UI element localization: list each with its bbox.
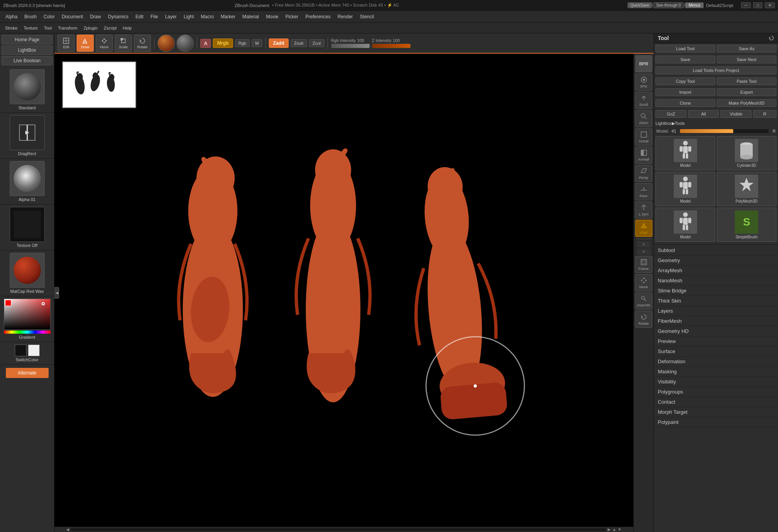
deformation-section[interactable]: Deformation: [654, 357, 778, 367]
scroll-up2[interactable]: ▲: [612, 527, 616, 532]
rotate3d-button[interactable]: Rotate: [635, 311, 652, 328]
small-button1[interactable]: ⊙: [637, 241, 651, 247]
menu-edit[interactable]: Edit: [132, 13, 147, 21]
layers-section[interactable]: Layers: [654, 306, 778, 316]
tool-model2[interactable]: Model: [655, 172, 715, 206]
arraymesh-section[interactable]: ArrayMesh: [654, 266, 778, 276]
mrgb-button[interactable]: Mrgb: [213, 38, 233, 48]
export-button[interactable]: Export: [717, 88, 777, 96]
visibility-section[interactable]: Visibility: [654, 377, 778, 387]
live-boolean-button[interactable]: Live Boolean: [2, 56, 53, 65]
rotate-tool-button[interactable]: Rotate: [134, 35, 151, 52]
draw-tool-button[interactable]: Draw: [77, 35, 94, 52]
aahalf-button[interactable]: AAHalf: [635, 147, 652, 164]
bpr-button[interactable]: BPR: [635, 55, 652, 72]
edit-tool-button[interactable]: Edit: [58, 35, 75, 52]
matcap-thumb[interactable]: [10, 253, 45, 288]
slime-bridge-section[interactable]: Slime Bridge: [654, 286, 778, 296]
dragrect-thumb[interactable]: [10, 115, 45, 150]
a-button[interactable]: A: [200, 39, 211, 48]
zoom-button[interactable]: Zoom: [635, 110, 652, 127]
vxyz-button[interactable]: VXyz: [635, 220, 652, 237]
black-swatch[interactable]: [15, 345, 26, 356]
standard-brush-thumb[interactable]: [10, 69, 45, 104]
nanomesh-section[interactable]: NanoMesh: [654, 276, 778, 286]
maximize-button[interactable]: □: [753, 2, 762, 8]
surface-section[interactable]: Surface: [654, 346, 778, 357]
menu-stencil[interactable]: Stencil: [357, 13, 377, 21]
load-tools-from-project-button[interactable]: Load Tools From Project: [655, 66, 776, 74]
thick-skin-section[interactable]: Thick Skin: [654, 296, 778, 306]
red-swatch[interactable]: [5, 300, 11, 306]
lightbox-tools-link[interactable]: Lightbox▶Tools: [655, 121, 685, 126]
actual-button[interactable]: Actual: [635, 128, 652, 145]
zoom3d-button[interactable]: Zoom3D: [635, 292, 652, 310]
zadd-button[interactable]: Zadd: [269, 38, 289, 48]
menu-marker[interactable]: Marker: [218, 13, 238, 21]
menu-layer[interactable]: Layer: [162, 13, 180, 21]
morph-target-section[interactable]: Morph Target: [654, 407, 778, 417]
close-button[interactable]: ✕: [765, 2, 775, 8]
persp-button[interactable]: Persp: [635, 165, 652, 182]
all-button[interactable]: All: [688, 110, 719, 118]
menu-document[interactable]: Document: [59, 13, 86, 21]
submenu-zscript[interactable]: Zscript: [101, 25, 119, 31]
fibermesh-section[interactable]: FiberMesh: [654, 316, 778, 326]
home-page-button[interactable]: Home Page: [2, 35, 53, 44]
menu-movie[interactable]: Movie: [263, 13, 282, 21]
refresh-icon[interactable]: [769, 35, 774, 41]
move-tool-button[interactable]: Move: [96, 35, 113, 52]
m-button[interactable]: M: [252, 39, 262, 47]
tool-polymesh3d[interactable]: PolyMesh3D: [717, 172, 777, 206]
menu-macro[interactable]: Macro: [198, 13, 217, 21]
submenu-transform[interactable]: Transform: [55, 25, 80, 31]
save-next-button[interactable]: Save Next: [717, 56, 777, 63]
alternate-button[interactable]: Alternate: [6, 368, 49, 378]
rgb-intensity-slider[interactable]: [331, 44, 370, 48]
polygroups-section[interactable]: Polygroups: [654, 387, 778, 397]
zcut-button[interactable]: Zcut: [309, 39, 324, 47]
scroll-button[interactable]: Scroll: [635, 92, 652, 109]
menus-button[interactable]: Menus: [685, 2, 704, 8]
r-button[interactable]: R: [753, 110, 776, 118]
import-button[interactable]: Import: [655, 88, 715, 96]
visible-button[interactable]: Visible: [720, 110, 752, 118]
lsym-button[interactable]: L.Sym: [635, 201, 652, 219]
goz-button[interactable]: GoZ: [655, 110, 687, 118]
quicksave-button[interactable]: QuickSave: [627, 2, 652, 8]
tool-model3[interactable]: Model: [655, 208, 715, 242]
menu-render[interactable]: Render: [335, 13, 356, 21]
zsub-button[interactable]: Zsub: [291, 39, 307, 47]
white-swatch[interactable]: [28, 345, 40, 356]
load-tool-button[interactable]: Load Tool: [655, 45, 715, 52]
tool-simplebrush[interactable]: S SimpleBrush: [717, 208, 777, 242]
canvas-area[interactable]: ◀ ▶ ▲ ▼ ◀: [54, 54, 633, 532]
paste-tool-button[interactable]: Paste Tool: [717, 77, 777, 85]
small-button2[interactable]: ⊙: [637, 248, 651, 255]
menu-file[interactable]: File: [147, 13, 161, 21]
save-as-button[interactable]: Save As: [717, 45, 777, 52]
geometry-hd-section[interactable]: Geometry HD: [654, 326, 778, 336]
z-intensity-slider[interactable]: [372, 44, 411, 48]
masking-section[interactable]: Masking: [654, 367, 778, 377]
canvas-scrollbar[interactable]: ◀ ▶ ▲ ▼: [54, 527, 633, 532]
spix-button[interactable]: SPix: [635, 74, 652, 91]
left-collapse-arrow[interactable]: ◀: [54, 287, 59, 299]
save-button[interactable]: Save: [655, 56, 715, 63]
menu-material[interactable]: Material: [239, 13, 262, 21]
material-sphere[interactable]: [158, 35, 175, 52]
material-sphere2[interactable]: [177, 35, 194, 52]
color-gradient[interactable]: [4, 299, 51, 330]
scroll-left[interactable]: ◀: [66, 527, 69, 532]
submenu-tool[interactable]: Tool: [41, 25, 54, 31]
menu-color[interactable]: Color: [40, 13, 58, 21]
menu-picker[interactable]: Picker: [282, 13, 301, 21]
clone-button[interactable]: Clone: [655, 99, 715, 107]
copy-tool-button[interactable]: Copy Tool: [655, 77, 715, 85]
frame-button[interactable]: Frame: [635, 256, 652, 273]
submenu-stroke[interactable]: Stroke: [2, 25, 20, 31]
submenu-help[interactable]: Help: [120, 25, 135, 31]
preview-section[interactable]: Preview: [654, 336, 778, 346]
tool-cylinder3d[interactable]: Cylinder3D: [717, 136, 777, 170]
lightbox-button[interactable]: LightBox: [2, 46, 53, 55]
